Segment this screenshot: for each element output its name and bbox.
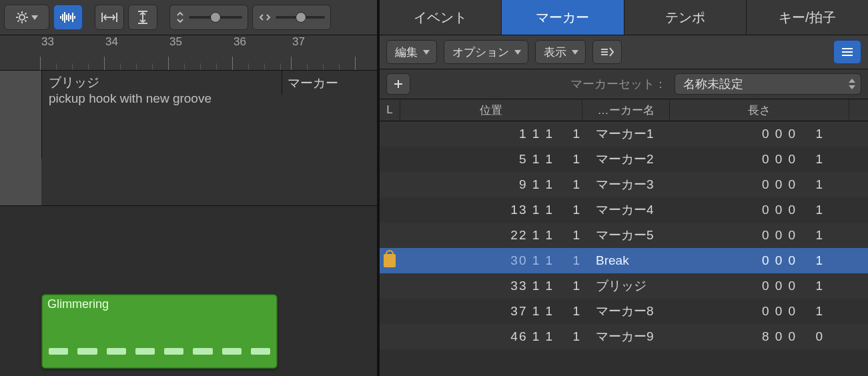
ruler-bar-label: 33 xyxy=(41,35,54,49)
cell-position[interactable]: 30 1 1 1 xyxy=(400,248,590,273)
marker-set-dropdown[interactable]: 名称未設定 xyxy=(675,73,861,95)
fit-vertical-button[interactable] xyxy=(128,5,157,30)
svg-line-5 xyxy=(18,13,19,15)
waveform-mode-button[interactable] xyxy=(53,5,83,30)
cell-lock[interactable] xyxy=(380,147,400,172)
cell-position[interactable]: 46 1 1 1 xyxy=(400,324,590,349)
cell-length[interactable]: 0 0 0 1 xyxy=(683,197,868,223)
vertical-zoom-slider[interactable] xyxy=(169,5,248,30)
list-icon xyxy=(841,47,854,57)
fit-horizontal-button[interactable] xyxy=(95,5,124,30)
cell-name[interactable]: マーカー3 xyxy=(590,172,683,197)
cell-name[interactable]: マーカー9 xyxy=(590,324,683,349)
table-row[interactable]: 33 1 1 1ブリッジ0 0 0 1 xyxy=(380,273,868,299)
cell-name[interactable]: マーカー1 xyxy=(590,121,683,147)
cell-position[interactable]: 1 1 1 1 xyxy=(400,121,590,147)
cell-length[interactable]: 0 0 0 1 xyxy=(683,172,868,197)
filter-button[interactable] xyxy=(592,40,622,64)
add-marker-button[interactable] xyxy=(386,73,410,95)
list-view-toggle[interactable] xyxy=(833,40,861,64)
lock-icon xyxy=(384,254,396,267)
chevron-down-icon xyxy=(514,50,521,55)
ruler-bar-label: 34 xyxy=(105,35,118,49)
audio-waveform-placeholder xyxy=(49,348,270,355)
edit-menu[interactable]: 編集 xyxy=(386,40,437,64)
cell-lock[interactable] xyxy=(380,223,400,248)
list-editor-tabs: イベント マーカー テンポ キー/拍子 xyxy=(380,0,868,35)
view-menu[interactable]: 表示 xyxy=(535,40,586,64)
tracks-toolbar xyxy=(0,0,377,35)
cell-position[interactable]: 9 1 1 1 xyxy=(400,172,590,197)
chevron-down-icon xyxy=(31,15,38,20)
marker-set-bar: マーカーセット： 名称未設定 xyxy=(380,69,868,99)
waveform-icon xyxy=(59,11,77,24)
horizontal-zoom-slider[interactable] xyxy=(252,5,331,30)
table-row[interactable]: 9 1 1 1マーカー30 0 0 1 xyxy=(380,172,868,197)
ruler-bar-label: 35 xyxy=(169,35,182,49)
cell-name[interactable]: マーカー5 xyxy=(590,223,683,248)
tab-keysig[interactable]: キー/拍子 xyxy=(747,0,868,35)
table-row[interactable]: 37 1 1 1マーカー80 0 0 1 xyxy=(380,299,868,324)
cell-name[interactable]: マーカー4 xyxy=(590,197,683,223)
cell-lock[interactable] xyxy=(380,299,400,324)
table-row[interactable]: 46 1 1 1マーカー98 0 0 0 xyxy=(380,324,868,349)
cell-name[interactable]: Break xyxy=(590,248,683,273)
cell-lock[interactable] xyxy=(380,324,400,349)
audio-region-glimmering[interactable]: Glimmering xyxy=(41,294,278,369)
ruler-bar-label: 36 xyxy=(234,35,246,49)
cell-position[interactable]: 5 1 1 1 xyxy=(400,147,590,172)
list-editor-panel: イベント マーカー テンポ キー/拍子 編集 オプション 表示 xyxy=(378,0,868,376)
cell-length[interactable]: 0 0 0 1 xyxy=(683,248,868,273)
cell-position[interactable]: 37 1 1 1 xyxy=(400,299,590,324)
app-root: 33 34 35 36 37 xyxy=(0,0,868,376)
fit-horizontal-icon xyxy=(101,11,118,24)
audio-track-area[interactable]: Glimmering xyxy=(0,206,377,376)
cell-position[interactable]: 13 1 1 1 xyxy=(400,197,590,223)
col-length[interactable]: 長さ xyxy=(670,99,849,121)
table-row[interactable]: 13 1 1 1マーカー40 0 0 1 xyxy=(380,197,868,223)
bar-ruler[interactable]: 33 34 35 36 37 xyxy=(0,35,377,71)
cell-length[interactable]: 0 0 0 1 xyxy=(683,121,868,147)
tab-tempo[interactable]: テンポ xyxy=(624,0,747,35)
cell-lock[interactable] xyxy=(380,197,400,223)
plus-icon xyxy=(393,79,404,89)
cell-lock[interactable] xyxy=(380,172,400,197)
cell-position[interactable]: 22 1 1 1 xyxy=(400,223,590,248)
cell-length[interactable]: 0 0 0 1 xyxy=(683,273,868,299)
vertical-zoom-icon xyxy=(175,11,185,24)
col-lock[interactable]: L xyxy=(380,99,400,121)
cell-length[interactable]: 0 0 0 1 xyxy=(683,299,868,324)
table-row[interactable]: 22 1 1 1マーカー50 0 0 1 xyxy=(380,223,868,248)
cell-position[interactable]: 33 1 1 1 xyxy=(400,273,590,299)
cell-lock[interactable] xyxy=(380,248,400,273)
marker-region-next[interactable]: マーカー xyxy=(282,71,377,95)
tab-marker[interactable]: マーカー xyxy=(502,0,624,35)
table-row[interactable]: 1 1 1 1マーカー10 0 0 1 xyxy=(380,121,868,147)
filter-icon xyxy=(600,46,614,58)
col-position[interactable]: 位置 xyxy=(400,99,582,121)
gear-icon xyxy=(15,11,29,24)
updown-icon xyxy=(849,79,855,89)
cell-length[interactable]: 0 0 0 1 xyxy=(683,223,868,248)
tab-event[interactable]: イベント xyxy=(380,0,502,35)
previous-marker-region[interactable] xyxy=(0,71,41,205)
cell-lock[interactable] xyxy=(380,121,400,147)
cell-name[interactable]: マーカー8 xyxy=(590,299,683,324)
cell-length[interactable]: 8 0 0 0 xyxy=(683,324,868,349)
svg-line-6 xyxy=(25,20,26,21)
table-row[interactable]: 5 1 1 1マーカー20 0 0 1 xyxy=(380,147,868,172)
marker-track[interactable]: ブリッジ pickup hook with new groove マーカー xyxy=(0,71,377,206)
marker-set-label: マーカーセット： xyxy=(570,76,667,92)
cell-name[interactable]: ブリッジ xyxy=(590,273,683,299)
col-name[interactable]: …ーカー名 xyxy=(582,99,670,121)
options-menu[interactable]: オプション xyxy=(444,40,528,64)
svg-point-0 xyxy=(19,15,25,20)
cell-lock[interactable] xyxy=(380,273,400,299)
chevron-down-icon xyxy=(572,50,578,55)
table-row[interactable]: 30 1 1 1Break0 0 0 1 xyxy=(380,248,868,273)
tracks-panel: 33 34 35 36 37 xyxy=(0,0,378,376)
tools-menu-button[interactable] xyxy=(4,5,49,30)
cell-name[interactable]: マーカー2 xyxy=(590,147,683,172)
marker-toolbar: 編集 オプション 表示 xyxy=(380,35,868,69)
cell-length[interactable]: 0 0 0 1 xyxy=(683,147,868,172)
